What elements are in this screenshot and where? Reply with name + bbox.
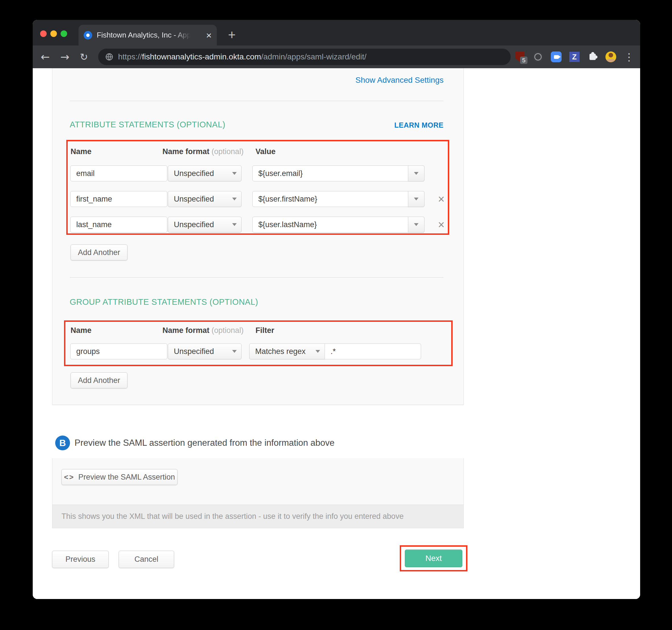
chevron-down-icon bbox=[414, 198, 418, 200]
url-scheme: https:// bbox=[118, 52, 142, 61]
attr-name-input[interactable] bbox=[70, 217, 167, 232]
attr-value-input[interactable] bbox=[253, 217, 425, 232]
avatar bbox=[605, 51, 616, 62]
group-attribute-row: Unspecified Matches regex bbox=[52, 344, 463, 359]
column-header-filter: Filter bbox=[256, 326, 274, 335]
group-attribute-statements-title: GROUP ATTRIBUTE STATEMENTS (OPTIONAL) bbox=[70, 297, 258, 307]
column-header-name: Name bbox=[71, 147, 92, 156]
group-name-input[interactable] bbox=[70, 344, 167, 359]
video-camera-icon bbox=[551, 51, 561, 62]
attribute-statements-title: ATTRIBUTE STATEMENTS (OPTIONAL) bbox=[70, 120, 225, 129]
profile-avatar[interactable] bbox=[605, 51, 616, 62]
onepassword-extension-icon[interactable] bbox=[533, 51, 544, 62]
group-filter-value-input[interactable] bbox=[325, 344, 421, 359]
previous-button[interactable]: Previous bbox=[52, 551, 109, 568]
divider bbox=[70, 101, 443, 101]
group-filter-type-select[interactable]: Matches regex bbox=[249, 344, 325, 359]
page-content: Show Advanced Settings ATTRIBUTE STATEME… bbox=[33, 68, 640, 599]
group-name-format-select[interactable]: Unspecified bbox=[168, 344, 242, 359]
attr-name-format-select[interactable]: Unspecified bbox=[168, 217, 242, 232]
new-tab-button[interactable]: + bbox=[224, 27, 240, 43]
select-value: Unspecified bbox=[174, 195, 214, 204]
tab-close-icon[interactable]: × bbox=[206, 30, 212, 40]
address-bar[interactable]: https://fishtownanalytics-admin.okta.com… bbox=[98, 49, 511, 65]
attr-value-input[interactable] bbox=[253, 191, 425, 207]
attr-value-combobox bbox=[253, 191, 425, 207]
attr-value-dropdown-button[interactable] bbox=[408, 191, 425, 207]
attribute-row: Unspecified bbox=[52, 166, 463, 181]
ublock-extension-icon[interactable]: 5 bbox=[514, 51, 525, 62]
letter-z-icon: Z bbox=[569, 52, 579, 62]
divider bbox=[70, 277, 443, 278]
chevron-down-icon bbox=[232, 350, 237, 353]
saml-settings-panel: Show Advanced Settings ATTRIBUTE STATEME… bbox=[52, 68, 464, 405]
keyhole-icon bbox=[533, 52, 543, 62]
code-brackets-icon: <> bbox=[64, 473, 74, 482]
preview-saml-assertion-button[interactable]: <> Preview the SAML Assertion bbox=[62, 469, 177, 485]
preview-button-label: Preview the SAML Assertion bbox=[78, 473, 175, 482]
column-header-name: Name bbox=[71, 326, 92, 335]
attr-name-input[interactable] bbox=[70, 166, 167, 181]
chevron-down-icon bbox=[315, 350, 320, 353]
extensions-puzzle-icon[interactable] bbox=[587, 51, 598, 62]
column-header-optional: (optional) bbox=[212, 326, 244, 335]
preview-panel-body: <> Preview the SAML Assertion bbox=[52, 458, 463, 505]
puzzle-piece-icon bbox=[590, 54, 596, 60]
url-path: /admin/apps/saml-wizard/edit/ bbox=[261, 52, 366, 61]
section-b-badge: B bbox=[55, 435, 70, 450]
browser-menu-button[interactable]: ⋮ bbox=[624, 51, 634, 62]
cancel-button[interactable]: Cancel bbox=[119, 551, 174, 568]
browser-window: Fishtown Analytics, Inc - Applic × + ← →… bbox=[33, 20, 640, 599]
column-header-value: Value bbox=[256, 147, 276, 156]
okta-favicon-icon bbox=[83, 31, 92, 40]
zoom-window-button[interactable] bbox=[61, 30, 67, 37]
attr-value-dropdown-button[interactable] bbox=[408, 166, 425, 181]
column-header-name-format: Name format (optional) bbox=[163, 147, 243, 156]
add-another-button[interactable]: Add Another bbox=[71, 245, 127, 260]
tab-strip: Fishtown Analytics, Inc - Applic × + bbox=[33, 20, 640, 46]
ublock-badge: 5 bbox=[520, 56, 527, 64]
globe-icon bbox=[105, 53, 114, 61]
attr-value-combobox bbox=[253, 166, 425, 181]
attr-name-format-select[interactable]: Unspecified bbox=[168, 191, 242, 207]
attr-value-input[interactable] bbox=[253, 166, 425, 181]
select-value: Unspecified bbox=[174, 220, 214, 229]
chevron-down-icon bbox=[232, 172, 237, 175]
section-b-heading: Preview the SAML assertion generated fro… bbox=[75, 438, 335, 448]
minimize-window-button[interactable] bbox=[50, 30, 57, 37]
tab-title: Fishtown Analytics, Inc - Applic bbox=[97, 31, 191, 40]
column-header-name-format: Name format (optional) bbox=[163, 326, 243, 335]
add-another-button[interactable]: Add Another bbox=[71, 373, 127, 388]
attribute-row: Unspecified × bbox=[52, 191, 463, 207]
attr-value-combobox bbox=[253, 217, 425, 232]
screenshot-stage: Fishtown Analytics, Inc - Applic × + ← →… bbox=[0, 0, 672, 630]
forward-icon[interactable]: → bbox=[57, 46, 73, 68]
remove-row-icon[interactable]: × bbox=[435, 193, 448, 205]
browser-tab[interactable]: Fishtown Analytics, Inc - Applic × bbox=[78, 25, 217, 46]
chevron-down-icon bbox=[232, 223, 237, 226]
attr-name-format-select[interactable]: Unspecified bbox=[168, 166, 242, 181]
browser-toolbar: ← → ↻ https://fishtownanalytics-admin.ok… bbox=[33, 46, 640, 68]
preview-panel: <> Preview the SAML Assertion This shows… bbox=[52, 458, 464, 528]
chevron-down-icon bbox=[232, 198, 237, 200]
close-window-button[interactable] bbox=[40, 30, 47, 37]
kebab-menu-icon: ⋮ bbox=[624, 51, 634, 63]
column-header-name-format-label: Name format bbox=[163, 326, 209, 335]
next-button-annotation-box: Next bbox=[400, 545, 467, 572]
select-value: Unspecified bbox=[174, 347, 214, 356]
column-header-optional: (optional) bbox=[212, 147, 244, 156]
next-button[interactable]: Next bbox=[405, 550, 462, 567]
learn-more-link[interactable]: LEARN MORE bbox=[394, 121, 443, 129]
remove-row-icon[interactable]: × bbox=[435, 218, 448, 231]
reload-icon[interactable]: ↻ bbox=[76, 46, 92, 68]
back-icon[interactable]: ← bbox=[37, 46, 53, 68]
select-value: Unspecified bbox=[174, 169, 214, 178]
attr-value-dropdown-button[interactable] bbox=[408, 217, 425, 232]
select-value: Matches regex bbox=[255, 347, 306, 356]
chevron-down-icon bbox=[414, 172, 418, 175]
z-extension-icon[interactable]: Z bbox=[569, 51, 580, 62]
zoom-extension-icon[interactable] bbox=[551, 51, 561, 62]
extensions-bar: 5 Z ⋮ bbox=[514, 46, 634, 68]
show-advanced-settings-link[interactable]: Show Advanced Settings bbox=[355, 76, 443, 85]
attr-name-input[interactable] bbox=[70, 191, 167, 207]
